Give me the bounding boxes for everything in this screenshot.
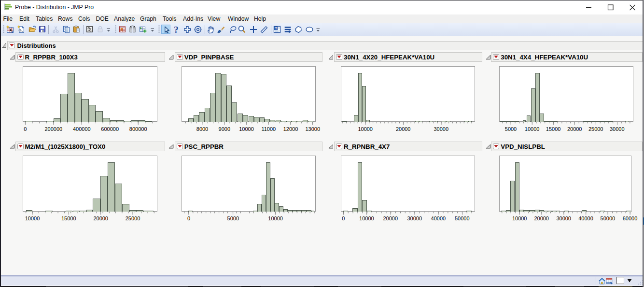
svg-text:?: ? — [174, 25, 179, 34]
svg-text:T: T — [275, 26, 277, 30]
